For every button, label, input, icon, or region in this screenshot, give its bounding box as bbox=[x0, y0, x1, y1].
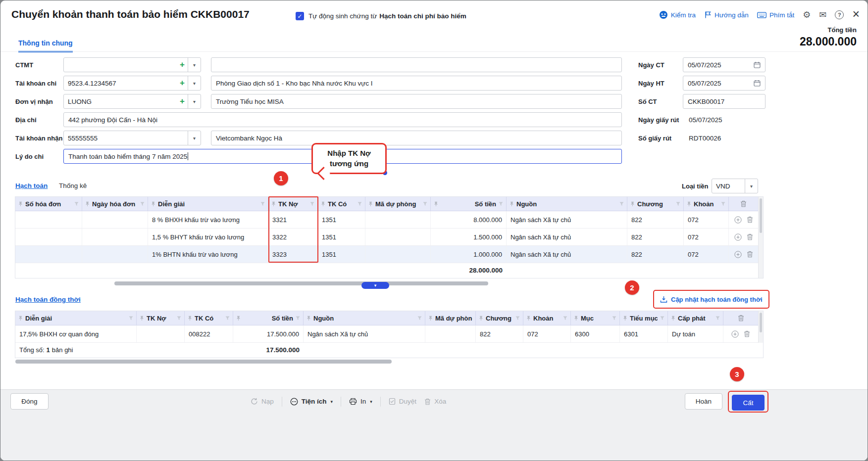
col-header-dien-giai[interactable]: Diễn giải bbox=[15, 311, 137, 325]
duyet-button[interactable]: Duyệt bbox=[389, 398, 416, 405]
xoa-button[interactable]: Xóa bbox=[424, 398, 446, 405]
cell-khoan[interactable]: 072 bbox=[684, 211, 729, 228]
cell-ma-du-phong[interactable] bbox=[365, 246, 431, 263]
delete-row-icon[interactable] bbox=[747, 251, 753, 258]
cell-ma-du-phong[interactable] bbox=[365, 229, 431, 245]
currency-select[interactable]: VND ▾ bbox=[712, 179, 758, 193]
horizontal-scrollbar-thumb[interactable] bbox=[15, 360, 392, 364]
filter-icon[interactable] bbox=[225, 316, 230, 321]
cell-tk-co[interactable]: 1351 bbox=[318, 246, 365, 263]
cell-nguon[interactable]: Ngân sách Xã tự chủ bbox=[304, 325, 425, 342]
ngay-ht-input[interactable]: 05/07/2025 bbox=[683, 76, 766, 91]
cell-tk-co[interactable]: 008222 bbox=[185, 325, 233, 342]
ctmt-desc-input[interactable] bbox=[211, 57, 622, 72]
filter-icon[interactable] bbox=[515, 316, 520, 321]
ctmt-input[interactable] bbox=[64, 58, 177, 72]
add-row-icon[interactable] bbox=[731, 330, 739, 338]
hoan-button[interactable]: Hoàn bbox=[685, 393, 722, 410]
cell-dien-giai[interactable]: 8 % BHXH khấu trừ vào lương bbox=[148, 211, 268, 228]
filter-icon[interactable] bbox=[721, 202, 725, 206]
col-header-muc[interactable]: Mục bbox=[571, 311, 620, 325]
cell-so-tien[interactable]: 17.500.000 bbox=[233, 325, 304, 342]
cell-tk-co[interactable]: 1351 bbox=[318, 211, 365, 228]
cell-chuong[interactable]: 822 bbox=[476, 325, 523, 342]
horizontal-scrollbar-thumb[interactable] bbox=[114, 281, 488, 285]
cell-so-tien[interactable]: 1.500.000 bbox=[431, 229, 507, 245]
add-ctmt-icon[interactable]: + bbox=[177, 58, 188, 72]
feedback-mail-icon[interactable]: ✉ bbox=[819, 10, 826, 19]
gear-icon[interactable]: ⚙ bbox=[803, 10, 811, 19]
so-ct-input[interactable]: CKKB00017 bbox=[683, 94, 766, 109]
trash-icon[interactable] bbox=[738, 315, 744, 322]
cell-tk-no[interactable] bbox=[137, 325, 185, 342]
chevron-down-icon[interactable]: ▾ bbox=[188, 58, 201, 72]
cell-muc[interactable]: 6300 bbox=[571, 325, 620, 342]
delete-row-icon[interactable] bbox=[747, 233, 753, 240]
col-header-dien-giai[interactable]: Diễn giải bbox=[148, 197, 268, 211]
chevron-down-icon[interactable]: ▾ bbox=[188, 131, 201, 145]
cell-so-hoa-don[interactable] bbox=[15, 211, 82, 228]
cell-khoan[interactable]: 072 bbox=[523, 325, 571, 342]
col-header-so-tien[interactable]: Số tiền bbox=[233, 311, 304, 325]
tab-thong-ke[interactable]: Thống kê bbox=[59, 182, 87, 189]
add-account-icon[interactable]: + bbox=[177, 76, 188, 90]
cell-cap-phat[interactable]: Dự toán bbox=[668, 325, 723, 342]
col-header-ma-du-phong[interactable]: Mã dự phòng bbox=[365, 197, 431, 211]
cell-khoan[interactable]: 072 bbox=[684, 229, 729, 245]
ngay-ct-input[interactable]: 05/07/2025 bbox=[683, 57, 766, 72]
cell-ma-du-phong[interactable] bbox=[425, 325, 476, 342]
filter-icon[interactable] bbox=[563, 316, 567, 321]
tai-khoan-nhan-desc-input[interactable]: Vietcombank Ngọc Hà bbox=[211, 131, 622, 145]
cell-nguon[interactable]: Ngân sách Xã tự chủ bbox=[507, 229, 627, 245]
check-voucher-link[interactable]: Kiểm tra bbox=[659, 10, 696, 19]
col-header-tk-co[interactable]: TK Có bbox=[318, 197, 365, 211]
cell-dien-giai[interactable]: 17,5% BHXH cơ quan đóng bbox=[15, 325, 137, 342]
delete-row-icon[interactable] bbox=[744, 330, 750, 337]
filter-icon[interactable] bbox=[660, 316, 664, 321]
don-vi-nhan-input[interactable]: LUONG bbox=[64, 94, 177, 108]
cell-dien-giai[interactable]: 1,5 % BHYT khấu trừ vào lương bbox=[148, 229, 268, 245]
cell-chuong[interactable]: 822 bbox=[627, 246, 684, 263]
col-header-actions[interactable] bbox=[723, 311, 758, 325]
vertical-scrollbar[interactable] bbox=[758, 197, 763, 278]
col-header-tk-no[interactable]: TK Nợ bbox=[137, 311, 185, 325]
help-icon[interactable]: ? bbox=[835, 10, 844, 19]
autogen-checkbox[interactable]: ✓ bbox=[296, 12, 304, 20]
cat-button[interactable]: Cất bbox=[732, 395, 765, 411]
tien-ich-button[interactable]: Tiện ích ▾ bbox=[290, 398, 333, 406]
filter-icon[interactable] bbox=[423, 202, 427, 206]
calendar-icon[interactable] bbox=[754, 80, 761, 87]
col-header-nguon[interactable]: Nguồn bbox=[304, 311, 425, 325]
col-header-tk-co[interactable]: TK Có bbox=[185, 311, 233, 325]
col-header-cap-phat[interactable]: Cấp phát bbox=[668, 311, 723, 325]
cell-ngay-hoa-don[interactable] bbox=[82, 211, 148, 228]
in-button[interactable]: In ▾ bbox=[349, 398, 372, 405]
cell-tieu-muc[interactable]: 6301 bbox=[620, 325, 668, 342]
cell-so-hoa-don[interactable] bbox=[15, 246, 82, 263]
filter-icon[interactable] bbox=[74, 202, 79, 206]
col-header-khoan[interactable]: Khoản bbox=[523, 311, 571, 325]
col-header-ma-du-phong[interactable]: Mã dự phòng bbox=[425, 311, 476, 325]
filter-icon[interactable] bbox=[129, 316, 133, 321]
chevron-down-icon[interactable]: ▾ bbox=[188, 94, 201, 108]
cell-tk-no[interactable]: 3321 bbox=[268, 211, 318, 228]
filter-icon[interactable] bbox=[676, 202, 680, 206]
tab-thong-tin-chung[interactable]: Thông tin chung bbox=[18, 39, 73, 52]
shortcut-link[interactable]: Phím tắt bbox=[757, 11, 794, 19]
trash-icon[interactable] bbox=[740, 200, 747, 207]
col-header-chuong[interactable]: Chương bbox=[476, 311, 523, 325]
tai-khoan-chi-desc-input[interactable]: Phòng Giao dịch số 1 - Kho bạc Nhà nước … bbox=[211, 76, 622, 91]
col-header-nguon[interactable]: Nguồn bbox=[507, 197, 627, 211]
add-row-icon[interactable] bbox=[734, 251, 742, 258]
filter-icon[interactable] bbox=[499, 202, 503, 206]
delete-row-icon[interactable] bbox=[747, 216, 753, 223]
col-header-tieu-muc[interactable]: Tiểu mục bbox=[620, 311, 668, 325]
cell-nguon[interactable]: Ngân sách Xã tự chủ bbox=[507, 211, 627, 228]
col-header-tk-no[interactable]: TK Nợ bbox=[268, 197, 318, 211]
cell-ma-du-phong[interactable] bbox=[365, 211, 431, 228]
cell-chuong[interactable]: 822 bbox=[627, 211, 684, 228]
cell-so-hoa-don[interactable] bbox=[15, 229, 82, 245]
filter-icon[interactable] bbox=[417, 316, 422, 321]
cell-tk-co[interactable]: 1351 bbox=[318, 229, 365, 245]
splitter-collapse-button[interactable]: ▾ bbox=[361, 282, 389, 289]
